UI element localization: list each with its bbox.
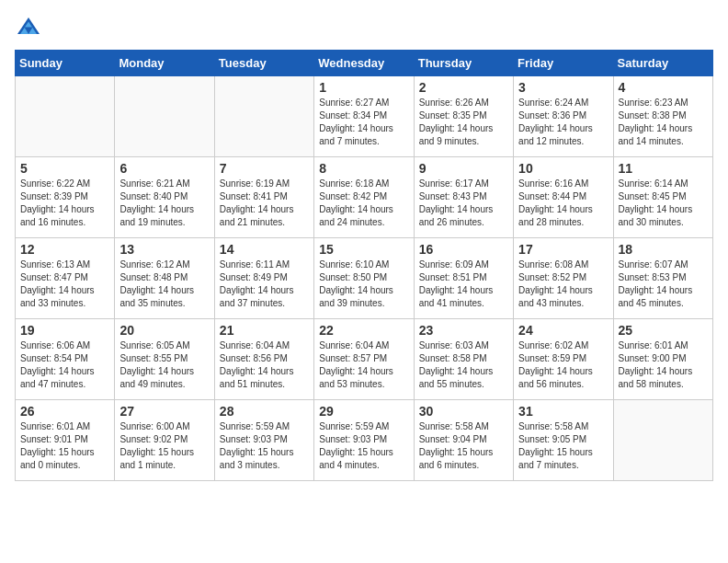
cell-info: Sunrise: 5:59 AM Sunset: 9:03 PM Dayligh… bbox=[319, 420, 408, 472]
week-row-3: 19Sunrise: 6:06 AM Sunset: 8:54 PM Dayli… bbox=[16, 319, 713, 400]
cell-info: Sunrise: 6:21 AM Sunset: 8:40 PM Dayligh… bbox=[119, 178, 209, 229]
cell-info: Sunrise: 5:58 AM Sunset: 9:04 PM Dayligh… bbox=[419, 420, 508, 472]
calendar-cell: 24Sunrise: 6:02 AM Sunset: 8:59 PM Dayli… bbox=[514, 319, 613, 400]
header-sunday: Sunday bbox=[16, 51, 115, 76]
week-row-1: 5Sunrise: 6:22 AM Sunset: 8:39 PM Daylig… bbox=[16, 157, 713, 238]
week-row-4: 26Sunrise: 6:01 AM Sunset: 9:01 PM Dayli… bbox=[16, 400, 713, 481]
calendar-cell: 14Sunrise: 6:11 AM Sunset: 8:49 PM Dayli… bbox=[214, 238, 313, 319]
calendar-cell: 22Sunrise: 6:04 AM Sunset: 8:57 PM Dayli… bbox=[314, 319, 414, 400]
day-number: 30 bbox=[419, 404, 508, 419]
cell-info: Sunrise: 6:04 AM Sunset: 8:57 PM Dayligh… bbox=[319, 339, 408, 391]
cell-info: Sunrise: 6:04 AM Sunset: 8:56 PM Dayligh… bbox=[220, 339, 309, 391]
cell-info: Sunrise: 6:05 AM Sunset: 8:55 PM Dayligh… bbox=[119, 339, 209, 391]
cell-info: Sunrise: 6:11 AM Sunset: 8:49 PM Dayligh… bbox=[220, 259, 309, 310]
calendar-cell: 21Sunrise: 6:04 AM Sunset: 8:56 PM Dayli… bbox=[214, 319, 313, 400]
day-number: 4 bbox=[619, 80, 708, 95]
day-number: 3 bbox=[518, 80, 608, 95]
calendar-cell bbox=[214, 76, 313, 157]
cell-info: Sunrise: 6:24 AM Sunset: 8:36 PM Dayligh… bbox=[518, 97, 608, 148]
day-number: 8 bbox=[319, 161, 408, 176]
calendar-cell: 12Sunrise: 6:13 AM Sunset: 8:47 PM Dayli… bbox=[16, 238, 115, 319]
day-number: 23 bbox=[419, 323, 508, 338]
cell-info: Sunrise: 6:17 AM Sunset: 8:43 PM Dayligh… bbox=[419, 178, 508, 229]
calendar-cell: 19Sunrise: 6:06 AM Sunset: 8:54 PM Dayli… bbox=[16, 319, 115, 400]
calendar-table: SundayMondayTuesdayWednesdayThursdayFrid… bbox=[15, 50, 713, 481]
day-number: 6 bbox=[119, 161, 209, 176]
cell-info: Sunrise: 5:58 AM Sunset: 9:05 PM Dayligh… bbox=[518, 420, 608, 472]
day-number: 19 bbox=[20, 323, 109, 338]
day-number: 15 bbox=[319, 242, 408, 257]
calendar-cell: 7Sunrise: 6:19 AM Sunset: 8:41 PM Daylig… bbox=[214, 157, 313, 238]
calendar-cell: 6Sunrise: 6:21 AM Sunset: 8:40 PM Daylig… bbox=[115, 157, 214, 238]
calendar-cell: 31Sunrise: 5:58 AM Sunset: 9:05 PM Dayli… bbox=[514, 400, 613, 481]
day-number: 24 bbox=[518, 323, 608, 338]
calendar-cell: 25Sunrise: 6:01 AM Sunset: 9:00 PM Dayli… bbox=[613, 319, 712, 400]
cell-info: Sunrise: 6:01 AM Sunset: 9:01 PM Dayligh… bbox=[20, 420, 109, 472]
header-monday: Monday bbox=[115, 51, 214, 76]
day-number: 28 bbox=[220, 404, 309, 419]
day-number: 13 bbox=[119, 242, 209, 257]
calendar-cell: 13Sunrise: 6:12 AM Sunset: 8:48 PM Dayli… bbox=[115, 238, 214, 319]
day-number: 14 bbox=[220, 242, 309, 257]
day-number: 22 bbox=[319, 323, 408, 338]
calendar-cell: 20Sunrise: 6:05 AM Sunset: 8:55 PM Dayli… bbox=[115, 319, 214, 400]
day-number: 7 bbox=[220, 161, 309, 176]
cell-info: Sunrise: 6:01 AM Sunset: 9:00 PM Dayligh… bbox=[619, 339, 708, 391]
week-row-0: 1Sunrise: 6:27 AM Sunset: 8:34 PM Daylig… bbox=[16, 76, 713, 157]
header-tuesday: Tuesday bbox=[214, 51, 313, 76]
cell-info: Sunrise: 6:02 AM Sunset: 8:59 PM Dayligh… bbox=[518, 339, 608, 391]
cell-info: Sunrise: 6:09 AM Sunset: 8:51 PM Dayligh… bbox=[419, 259, 508, 310]
day-number: 27 bbox=[119, 404, 209, 419]
week-row-2: 12Sunrise: 6:13 AM Sunset: 8:47 PM Dayli… bbox=[16, 238, 713, 319]
logo bbox=[15, 15, 46, 42]
day-number: 16 bbox=[419, 242, 508, 257]
header-saturday: Saturday bbox=[613, 51, 712, 76]
header-friday: Friday bbox=[514, 51, 613, 76]
cell-info: Sunrise: 6:14 AM Sunset: 8:45 PM Dayligh… bbox=[619, 178, 708, 229]
header-wednesday: Wednesday bbox=[314, 51, 414, 76]
calendar-cell: 2Sunrise: 6:26 AM Sunset: 8:35 PM Daylig… bbox=[414, 76, 513, 157]
calendar-cell: 5Sunrise: 6:22 AM Sunset: 8:39 PM Daylig… bbox=[16, 157, 115, 238]
header-thursday: Thursday bbox=[414, 51, 513, 76]
calendar-cell: 8Sunrise: 6:18 AM Sunset: 8:42 PM Daylig… bbox=[314, 157, 414, 238]
day-number: 12 bbox=[20, 242, 109, 257]
cell-info: Sunrise: 6:00 AM Sunset: 9:02 PM Dayligh… bbox=[119, 420, 209, 472]
page-header bbox=[15, 15, 713, 42]
cell-info: Sunrise: 6:16 AM Sunset: 8:44 PM Dayligh… bbox=[518, 178, 608, 229]
calendar-cell: 29Sunrise: 5:59 AM Sunset: 9:03 PM Dayli… bbox=[314, 400, 414, 481]
header-row: SundayMondayTuesdayWednesdayThursdayFrid… bbox=[16, 51, 713, 76]
cell-info: Sunrise: 6:10 AM Sunset: 8:50 PM Dayligh… bbox=[319, 259, 408, 310]
cell-info: Sunrise: 6:13 AM Sunset: 8:47 PM Dayligh… bbox=[20, 259, 109, 310]
calendar-cell: 30Sunrise: 5:58 AM Sunset: 9:04 PM Dayli… bbox=[414, 400, 513, 481]
day-number: 21 bbox=[220, 323, 309, 338]
cell-info: Sunrise: 6:08 AM Sunset: 8:52 PM Dayligh… bbox=[518, 259, 608, 310]
cell-info: Sunrise: 6:27 AM Sunset: 8:34 PM Dayligh… bbox=[319, 97, 408, 148]
cell-info: Sunrise: 6:23 AM Sunset: 8:38 PM Dayligh… bbox=[619, 97, 708, 148]
cell-info: Sunrise: 6:18 AM Sunset: 8:42 PM Dayligh… bbox=[319, 178, 408, 229]
calendar-cell bbox=[613, 400, 712, 481]
calendar-cell: 23Sunrise: 6:03 AM Sunset: 8:58 PM Dayli… bbox=[414, 319, 513, 400]
day-number: 11 bbox=[619, 161, 708, 176]
day-number: 25 bbox=[619, 323, 708, 338]
cell-info: Sunrise: 6:26 AM Sunset: 8:35 PM Dayligh… bbox=[419, 97, 508, 148]
day-number: 17 bbox=[518, 242, 608, 257]
day-number: 10 bbox=[518, 161, 608, 176]
calendar-cell bbox=[115, 76, 214, 157]
calendar-cell: 3Sunrise: 6:24 AM Sunset: 8:36 PM Daylig… bbox=[514, 76, 613, 157]
calendar-cell: 26Sunrise: 6:01 AM Sunset: 9:01 PM Dayli… bbox=[16, 400, 115, 481]
calendar-cell: 11Sunrise: 6:14 AM Sunset: 8:45 PM Dayli… bbox=[613, 157, 712, 238]
day-number: 31 bbox=[518, 404, 608, 419]
calendar-cell: 27Sunrise: 6:00 AM Sunset: 9:02 PM Dayli… bbox=[115, 400, 214, 481]
cell-info: Sunrise: 6:19 AM Sunset: 8:41 PM Dayligh… bbox=[220, 178, 309, 229]
day-number: 18 bbox=[619, 242, 708, 257]
day-number: 1 bbox=[319, 80, 408, 95]
calendar-cell: 18Sunrise: 6:07 AM Sunset: 8:53 PM Dayli… bbox=[613, 238, 712, 319]
calendar-cell: 1Sunrise: 6:27 AM Sunset: 8:34 PM Daylig… bbox=[314, 76, 414, 157]
calendar-cell: 4Sunrise: 6:23 AM Sunset: 8:38 PM Daylig… bbox=[613, 76, 712, 157]
day-number: 20 bbox=[119, 323, 209, 338]
cell-info: Sunrise: 6:06 AM Sunset: 8:54 PM Dayligh… bbox=[20, 339, 109, 391]
calendar-cell bbox=[16, 76, 115, 157]
day-number: 2 bbox=[419, 80, 508, 95]
cell-info: Sunrise: 5:59 AM Sunset: 9:03 PM Dayligh… bbox=[220, 420, 309, 472]
day-number: 9 bbox=[419, 161, 508, 176]
